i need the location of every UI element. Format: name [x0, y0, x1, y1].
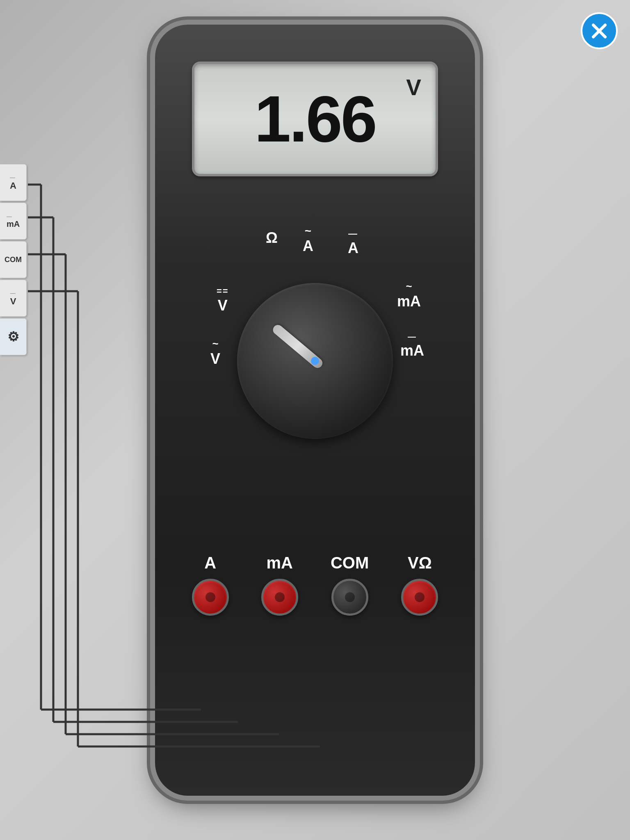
- display-value: 1.66: [254, 81, 375, 157]
- dial-label-dca: —A: [348, 224, 358, 256]
- dial-center-dot: [311, 357, 319, 365]
- tab-settings[interactable]: ⚙: [0, 318, 27, 355]
- terminal-a-label: A: [204, 554, 216, 572]
- multimeter-body: 1.66 V Ω ~A —A ==V ~mA ~V: [155, 25, 475, 796]
- tab-a[interactable]: — A: [0, 164, 27, 201]
- tab-a-label: — A: [10, 174, 16, 191]
- tab-com-label: COM: [5, 256, 22, 264]
- tab-v-label: — V: [10, 290, 16, 307]
- terminal-ma-label: mA: [267, 554, 293, 572]
- dial-label-dcv: ==V: [217, 281, 229, 313]
- multimeter-display: 1.66 V: [192, 62, 438, 176]
- terminal-group-a: A: [192, 554, 229, 616]
- dial-label-omega: Ω: [266, 230, 278, 246]
- terminal-com-socket[interactable]: [331, 579, 368, 616]
- terminal-com-label: COM: [331, 554, 369, 572]
- terminal-group-ma: mA: [261, 554, 298, 616]
- terminal-vomega-socket[interactable]: [401, 579, 438, 616]
- tab-ma-label: — mA: [7, 213, 20, 229]
- tab-com[interactable]: COM: [0, 241, 27, 278]
- terminal-group-vomega: VΩ: [401, 554, 438, 616]
- dial-label-acv: ~V: [210, 334, 220, 367]
- close-button[interactable]: [581, 12, 618, 49]
- terminal-a-socket[interactable]: [192, 579, 229, 616]
- terminal-ma-socket[interactable]: [261, 579, 298, 616]
- dial-label-dcma: —mA: [400, 326, 424, 358]
- terminal-group-com: COM: [331, 554, 369, 616]
- tab-ma[interactable]: — mA: [0, 203, 27, 240]
- terminals-row: A mA COM VΩ: [176, 554, 454, 616]
- display-unit: V: [406, 74, 421, 100]
- dial-label-acma: ~mA: [397, 277, 421, 309]
- gear-icon: ⚙: [7, 329, 19, 345]
- side-panel: — A — mA COM — V ⚙: [0, 164, 27, 357]
- dial-area[interactable]: Ω ~A —A ==V ~mA ~V —mA: [176, 217, 454, 504]
- terminal-vomega-label: VΩ: [408, 554, 432, 572]
- tab-v[interactable]: — V: [0, 280, 27, 317]
- dial-label-aca: ~A: [303, 221, 313, 254]
- dial-knob[interactable]: [237, 283, 393, 439]
